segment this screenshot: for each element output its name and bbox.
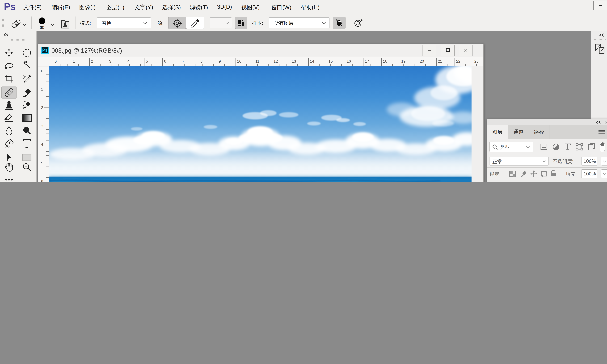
svg-text:14: 14 <box>310 59 314 64</box>
svg-text:1: 1 <box>41 87 43 91</box>
svg-text:21: 21 <box>438 59 442 64</box>
svg-text:13: 13 <box>292 59 296 64</box>
svg-text:4: 4 <box>41 142 43 147</box>
svg-text:16: 16 <box>347 59 351 64</box>
svg-text:5: 5 <box>146 59 148 64</box>
svg-text:18: 18 <box>383 59 387 64</box>
svg-text:4: 4 <box>127 59 130 64</box>
svg-text:3: 3 <box>41 124 43 128</box>
svg-text:17: 17 <box>365 59 369 64</box>
svg-text:5: 5 <box>41 161 43 165</box>
svg-text:8: 8 <box>200 59 203 64</box>
svg-text:0: 0 <box>54 59 57 64</box>
svg-text:19: 19 <box>401 59 406 64</box>
svg-text:3: 3 <box>109 59 111 64</box>
svg-text:6: 6 <box>164 59 166 64</box>
svg-text:20: 20 <box>420 59 424 64</box>
svg-text:10: 10 <box>237 59 241 64</box>
svg-text:12: 12 <box>274 59 278 64</box>
svg-text:7: 7 <box>182 59 185 64</box>
svg-text:2: 2 <box>91 59 93 64</box>
svg-text:1: 1 <box>73 59 75 64</box>
svg-text:2: 2 <box>41 105 43 110</box>
svg-text:23: 23 <box>474 59 479 64</box>
svg-text:11: 11 <box>255 59 259 64</box>
svg-text:9: 9 <box>219 59 221 64</box>
svg-text:22: 22 <box>456 59 461 64</box>
svg-text:6: 6 <box>41 179 43 182</box>
svg-text:0: 0 <box>41 69 43 73</box>
svg-text:15: 15 <box>328 59 333 64</box>
